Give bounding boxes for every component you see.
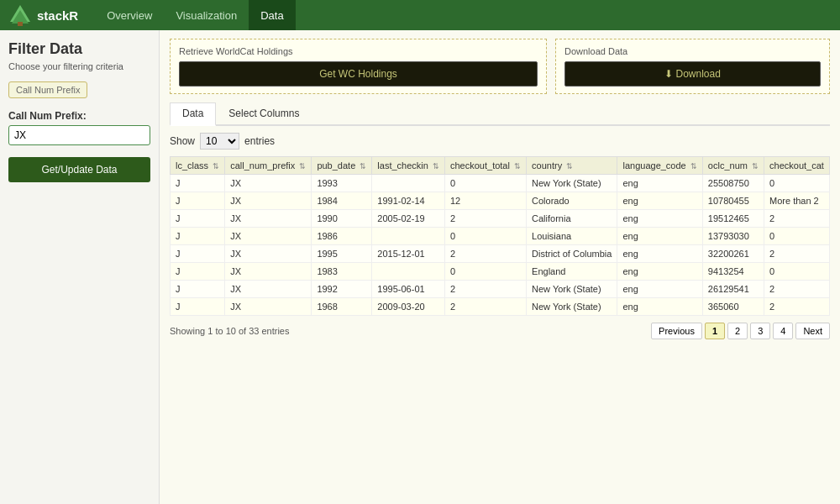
wc-panel: Retrieve WorldCat Holdings Get WC Holdin… [170, 39, 547, 94]
prev-button[interactable]: Previous [651, 323, 702, 339]
download-panel: Download Data ⬇ Download [555, 39, 830, 94]
tab-select-columns[interactable]: Select Columns [216, 102, 312, 124]
cell-lc-class: J [171, 245, 225, 263]
cell-last-checkin [372, 175, 445, 192]
cell-checkout-total: 0 [445, 175, 527, 192]
cell-pub-date: 1990 [312, 210, 372, 228]
cell-language-code: eng [617, 245, 702, 263]
cell-oclc-num: 365060 [702, 298, 764, 316]
brand-name: stackR [37, 8, 78, 23]
cell-language-code: eng [617, 228, 702, 245]
cell-pub-date: 1983 [312, 263, 372, 281]
sidebar-title: Filter Data [8, 40, 150, 58]
page-1-button[interactable]: 1 [705, 323, 725, 339]
col-country[interactable]: country ⇅ [527, 157, 617, 175]
cell-checkout-cat: 0 [764, 175, 830, 192]
content-area: Retrieve WorldCat Holdings Get WC Holdin… [160, 30, 840, 504]
download-panel-label: Download Data [564, 46, 821, 56]
cell-checkout-total: 2 [445, 281, 527, 298]
tabs: Data Select Columns [170, 102, 830, 126]
cell-language-code: eng [617, 281, 702, 298]
table-row: JJX19830Englandeng94132540 [171, 263, 830, 281]
sidebar-subtitle: Choose your filtering criteria [8, 61, 150, 71]
table-row: JJX19902005-02-192Californiaeng195124652 [171, 210, 830, 228]
sidebar: Filter Data Choose your filtering criter… [0, 30, 160, 504]
cell-oclc-num: 19512465 [702, 210, 764, 228]
show-label: Show [170, 135, 195, 147]
cell-last-checkin: 2005-02-19 [372, 210, 445, 228]
call-num-input[interactable] [8, 125, 150, 145]
cell-call-num-prefix: JX [225, 192, 312, 210]
show-entries-row: Show 10 25 50 100 entries [170, 133, 830, 150]
cell-country: Louisiana [527, 228, 617, 245]
pagination: Previous 1 2 3 4 Next [651, 323, 830, 339]
nav-overview[interactable]: Overview [95, 0, 164, 30]
cell-call-num-prefix: JX [225, 175, 312, 192]
cell-pub-date: 1984 [312, 192, 372, 210]
cell-country: California [527, 210, 617, 228]
cell-lc-class: J [171, 210, 225, 228]
cell-call-num-prefix: JX [225, 228, 312, 245]
table-header-row: lc_class ⇅ call_num_prefix ⇅ pub_date ⇅ … [171, 157, 830, 175]
main-layout: Filter Data Choose your filtering criter… [0, 30, 840, 504]
col-language-code[interactable]: language_code ⇅ [617, 157, 702, 175]
filter-tag[interactable]: Call Num Prefix [8, 81, 87, 98]
col-pub-date[interactable]: pub_date ⇅ [312, 157, 372, 175]
cell-last-checkin [372, 263, 445, 281]
cell-call-num-prefix: JX [225, 263, 312, 281]
cell-lc-class: J [171, 175, 225, 192]
cell-oclc-num: 25508750 [702, 175, 764, 192]
cell-checkout-total: 12 [445, 192, 527, 210]
entries-select[interactable]: 10 25 50 100 [200, 133, 239, 150]
cell-checkout-total: 2 [445, 210, 527, 228]
cell-country: Colorado [527, 192, 617, 210]
tab-data[interactable]: Data [170, 102, 216, 126]
cell-pub-date: 1995 [312, 245, 372, 263]
cell-oclc-num: 10780455 [702, 192, 764, 210]
cell-checkout-total: 0 [445, 228, 527, 245]
table-row: JJX19860Louisianaeng137930300 [171, 228, 830, 245]
call-num-label: Call Num Prefix: [8, 110, 150, 122]
page-4-button[interactable]: 4 [773, 323, 793, 339]
get-update-button[interactable]: Get/Update Data [8, 157, 150, 182]
cell-lc-class: J [171, 281, 225, 298]
download-button[interactable]: ⬇ Download [564, 61, 821, 87]
col-checkout-cat[interactable]: checkout_cat [764, 157, 830, 175]
entries-label: entries [244, 135, 275, 147]
cell-language-code: eng [617, 175, 702, 192]
page-2-button[interactable]: 2 [727, 323, 748, 339]
col-call-num-prefix[interactable]: call_num_prefix ⇅ [225, 157, 312, 175]
navbar: stackR Overview Visualization Data [0, 0, 840, 30]
cell-lc-class: J [171, 263, 225, 281]
cell-call-num-prefix: JX [225, 298, 312, 316]
table-row: JJX19930New York (State)eng255087500 [171, 175, 830, 192]
col-oclc-num[interactable]: oclc_num ⇅ [702, 157, 764, 175]
col-lc-class[interactable]: lc_class ⇅ [171, 157, 225, 175]
table-row: JJX19921995-06-012New York (State)eng261… [171, 281, 830, 298]
cell-language-code: eng [617, 210, 702, 228]
cell-country: District of Columbia [527, 245, 617, 263]
get-wc-holdings-button[interactable]: Get WC Holdings [179, 61, 538, 87]
nav-data[interactable]: Data [249, 0, 295, 30]
cell-country: New York (State) [527, 298, 617, 316]
cell-checkout-cat: 2 [764, 210, 830, 228]
cell-checkout-cat: 2 [764, 281, 830, 298]
cell-oclc-num: 32200261 [702, 245, 764, 263]
cell-language-code: eng [617, 298, 702, 316]
cell-checkout-total: 2 [445, 245, 527, 263]
page-3-button[interactable]: 3 [750, 323, 770, 339]
tree-icon [8, 3, 32, 27]
table-footer: Showing 1 to 10 of 33 entries Previous 1… [170, 323, 830, 339]
svg-rect-2 [18, 22, 23, 26]
col-checkout-total[interactable]: checkout_total ⇅ [445, 157, 527, 175]
next-button[interactable]: Next [795, 323, 830, 339]
nav-visualization[interactable]: Visualization [164, 0, 249, 30]
cell-language-code: eng [617, 192, 702, 210]
data-table: lc_class ⇅ call_num_prefix ⇅ pub_date ⇅ … [170, 156, 830, 316]
col-last-checkin[interactable]: last_checkin ⇅ [372, 157, 445, 175]
cell-pub-date: 1993 [312, 175, 372, 192]
cell-oclc-num: 26129541 [702, 281, 764, 298]
table-row: JJX19682009-03-202New York (State)eng365… [171, 298, 830, 316]
brand: stackR [8, 3, 78, 27]
cell-checkout-cat: 0 [764, 263, 830, 281]
